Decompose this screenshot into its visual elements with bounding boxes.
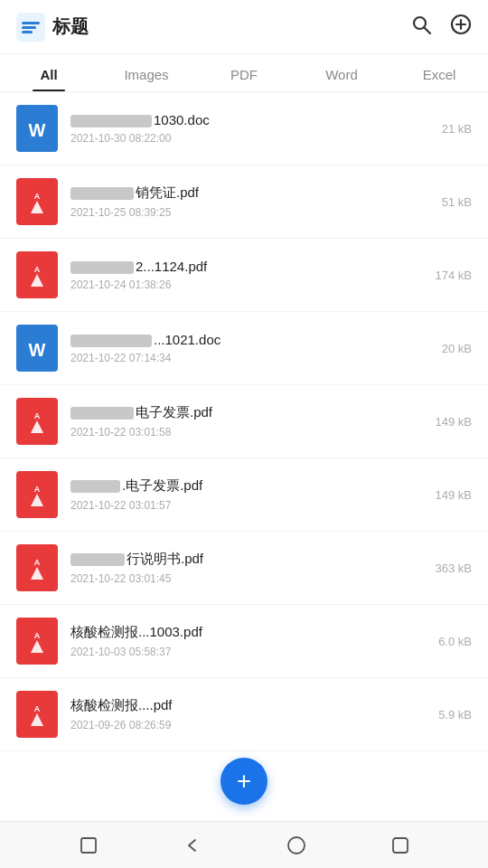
list-item[interactable]: A 电子发票.pdf 2021-10-22 03:01:58 149 kB: [0, 385, 488, 458]
file-info: 销凭证.pdf 2021-10-25 08:39:25: [70, 184, 433, 219]
svg-rect-1: [22, 22, 40, 24]
file-info: .电子发票.pdf 2021-10-22 03:01:57: [70, 477, 427, 512]
list-item[interactable]: A .电子发票.pdf 2021-10-22 03:01:57 149 kB: [0, 458, 488, 532]
bottom-navigation: [0, 821, 488, 868]
pdf-file-icon: A: [16, 398, 58, 445]
app-logo: [16, 13, 45, 42]
file-name: 销凭证.pdf: [70, 184, 433, 202]
file-name: .电子发票.pdf: [70, 477, 427, 495]
add-icon[interactable]: [450, 14, 472, 41]
tab-word[interactable]: Word: [293, 54, 390, 91]
file-date: 2021-10-22 03:01:45: [70, 572, 427, 585]
list-item[interactable]: W 1030.doc 2021-10-30 08:22:00 21 kB: [0, 92, 488, 165]
app-title: 标题: [52, 14, 410, 39]
file-date: 2021-10-22 03:01:58: [70, 426, 427, 439]
file-date: 2021-09-26 08:26:59: [70, 719, 429, 731]
tab-pdf[interactable]: PDF: [195, 54, 293, 91]
svg-rect-36: [393, 838, 408, 853]
file-size: 5.9 kB: [438, 708, 472, 722]
search-icon[interactable]: [410, 14, 432, 41]
file-name: 2...1124.pdf: [70, 259, 427, 274]
file-size: 20 kB: [442, 342, 472, 355]
svg-line-5: [425, 27, 431, 33]
file-name: 核酸检测报...1003.pdf: [70, 624, 429, 641]
list-item[interactable]: A 行说明书.pdf 2021-10-22 03:01:45 363 kB: [0, 532, 488, 605]
file-name: ...1021.doc: [70, 332, 433, 347]
svg-text:A: A: [34, 704, 41, 713]
svg-text:A: A: [34, 631, 41, 640]
nav-square-icon[interactable]: [75, 832, 102, 859]
svg-text:A: A: [34, 558, 41, 567]
file-info: 2...1124.pdf 2021-10-24 01:38:26: [70, 259, 427, 291]
file-info: 核酸检测报...1003.pdf 2021-10-03 05:58:37: [70, 624, 429, 658]
word-file-icon: W: [16, 325, 58, 372]
file-date: 2021-10-03 05:58:37: [70, 646, 429, 658]
svg-point-35: [288, 837, 305, 854]
file-size: 149 kB: [436, 488, 472, 502]
pdf-file-icon: A: [16, 178, 58, 225]
tab-bar: All Images PDF Word Excel: [0, 54, 488, 92]
file-size: 6.0 kB: [438, 635, 472, 648]
nav-recents-icon[interactable]: [387, 832, 414, 859]
file-date: 2021-10-22 03:01:57: [70, 499, 427, 512]
file-list: W 1030.doc 2021-10-30 08:22:00 21 kB A 销…: [0, 92, 488, 821]
file-date: 2021-10-22 07:14:34: [70, 352, 433, 364]
file-info: 行说明书.pdf 2021-10-22 03:01:45: [70, 551, 427, 585]
file-name: 行说明书.pdf: [70, 551, 427, 568]
nav-home-icon[interactable]: [283, 832, 310, 859]
file-size: 51 kB: [442, 195, 472, 209]
file-size: 174 kB: [436, 269, 472, 282]
list-item[interactable]: W ...1021.doc 2021-10-22 07:14:34 20 kB: [0, 312, 488, 385]
file-date: 2021-10-30 08:22:00: [70, 132, 433, 145]
file-date: 2021-10-25 08:39:25: [70, 206, 433, 219]
file-name: 1030.doc: [70, 112, 433, 127]
file-size: 21 kB: [442, 122, 472, 136]
svg-text:A: A: [34, 485, 41, 494]
list-item[interactable]: A 核酸检测报...1003.pdf 2021-10-03 05:58:37 6…: [0, 605, 488, 678]
file-size: 363 kB: [436, 561, 472, 575]
file-info: 电子发票.pdf 2021-10-22 03:01:58: [70, 404, 427, 439]
header-actions: [410, 14, 472, 41]
svg-rect-34: [81, 838, 96, 853]
file-name: 电子发票.pdf: [70, 404, 427, 421]
tab-excel[interactable]: Excel: [390, 54, 488, 91]
tab-images[interactable]: Images: [98, 54, 195, 91]
pdf-file-icon: A: [16, 618, 58, 665]
svg-text:A: A: [34, 265, 41, 274]
pdf-file-icon: A: [16, 691, 58, 738]
file-name: 核酸检测报....pdf: [70, 697, 429, 714]
list-item[interactable]: A 2...1124.pdf 2021-10-24 01:38:26 174 k…: [0, 239, 488, 312]
pdf-file-icon: A: [16, 251, 58, 298]
fab-button[interactable]: +: [221, 758, 267, 805]
file-info: ...1021.doc 2021-10-22 07:14:34: [70, 332, 433, 364]
svg-rect-3: [22, 31, 33, 33]
file-info: 核酸检测报....pdf 2021-09-26 08:26:59: [70, 697, 429, 731]
svg-text:A: A: [34, 192, 41, 201]
pdf-file-icon: A: [16, 544, 58, 591]
pdf-file-icon: A: [16, 471, 58, 518]
file-size: 149 kB: [436, 415, 472, 429]
svg-text:W: W: [29, 340, 46, 360]
word-file-icon: W: [16, 105, 58, 152]
nav-back-icon[interactable]: [179, 832, 206, 859]
file-date: 2021-10-24 01:38:26: [70, 278, 427, 291]
list-item[interactable]: A 核酸检测报....pdf 2021-09-26 08:26:59 5.9 k…: [0, 678, 488, 751]
list-item[interactable]: A 销凭证.pdf 2021-10-25 08:39:25 51 kB: [0, 165, 488, 239]
svg-text:W: W: [29, 120, 46, 140]
svg-text:A: A: [34, 411, 41, 420]
file-info: 1030.doc 2021-10-30 08:22:00: [70, 112, 433, 145]
header: 标题: [0, 0, 488, 54]
svg-rect-2: [22, 26, 36, 29]
tab-all[interactable]: All: [0, 54, 98, 91]
